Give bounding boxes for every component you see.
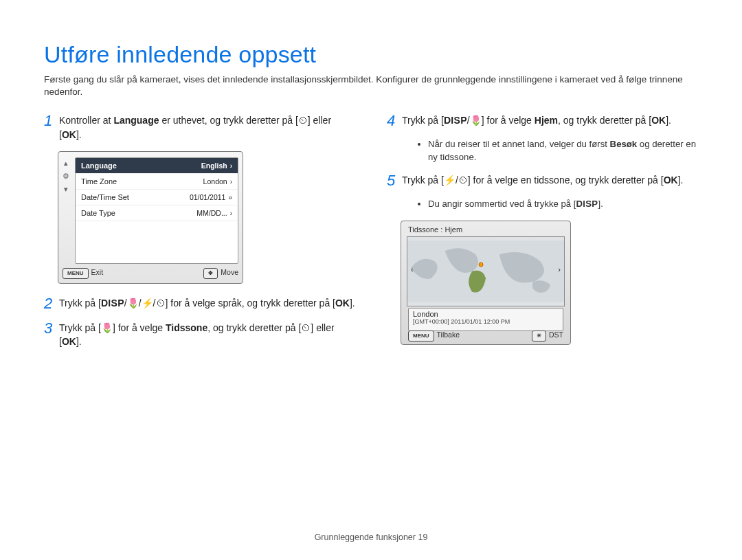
chevron-up-icon: ▴ — [64, 159, 68, 168]
step-1: 1 Kontroller at Language er uthevet, og … — [44, 113, 355, 142]
macro-icon: 🌷 — [101, 322, 113, 333]
timezone-screen: Tidssone : Hjem — [401, 221, 571, 345]
step-4-notes: Når du reiser til et annet land, velger … — [401, 138, 698, 164]
timezone-city: London — [413, 310, 559, 318]
timezone-arrows: ‹ › — [411, 265, 561, 273]
settings-row-timezone[interactable]: Time Zone London› — [76, 174, 238, 190]
step-text: Trykk på [DISP/🌷/⚡/⏲] for å velge språk,… — [59, 296, 355, 311]
timer-icon: ⏲ — [156, 298, 166, 309]
step-2: 2 Trykk på [DISP/🌷/⚡/⏲] for å velge språ… — [44, 296, 355, 311]
step-text: Trykk på [DISP/🌷] for å velge Hjem, og t… — [402, 113, 671, 128]
timer-icon: ⏲ — [301, 322, 311, 333]
note: Du angir sommertid ved å trykke på [DISP… — [428, 198, 698, 210]
dst-hint: ☀DST — [532, 331, 563, 341]
dst-icon: ☀ — [532, 331, 546, 341]
chevron-right-icon: › — [230, 162, 232, 170]
settings-screen: ▴ ⚙ ▾ Language English› Time Zone London… — [58, 151, 243, 284]
move-hint: ✥Move — [203, 268, 238, 279]
disp-icon: DISP — [576, 199, 598, 209]
two-columns: 1 Kontroller at Language er uthevet, og … — [44, 113, 698, 358]
step-5: 5 Trykk på [⚡/⏲] for å velge en tidssone… — [387, 173, 698, 188]
back-hint: MENUTilbake — [408, 331, 460, 341]
chevron-right-icon: » — [228, 194, 232, 201]
step-5-notes: Du angir sommertid ved å trykke på [DISP… — [401, 198, 698, 210]
note: Når du reiser til et annet land, velger … — [428, 138, 698, 164]
timezone-title: Tidssone : Hjem — [408, 225, 462, 234]
step-text: Trykk på [🌷] for å velge Tidssone, og tr… — [59, 321, 355, 349]
page-title: Utføre innledende oppsett — [44, 41, 698, 68]
timezone-footer: MENUTilbake ☀DST — [408, 331, 563, 341]
macro-icon: 🌷 — [127, 298, 139, 309]
nav-icon: ✥ — [203, 268, 218, 279]
chevron-left-icon[interactable]: ‹ — [411, 265, 414, 273]
settings-footer: MENUExit ✥Move — [63, 267, 238, 280]
timer-icon: ⏲ — [458, 175, 468, 186]
step-number: 1 — [44, 113, 59, 142]
menu-icon: MENU — [63, 268, 89, 279]
ok-icon: OK — [664, 175, 678, 186]
step-text: Kontroller at Language er uthevet, og tr… — [59, 113, 355, 142]
left-column: 1 Kontroller at Language er uthevet, og … — [44, 113, 355, 358]
macro-icon: 🌷 — [470, 115, 482, 126]
settings-list: Language English› Time Zone London› Date… — [75, 157, 238, 264]
page-lead: Første gang du slår på kameraet, vises d… — [44, 74, 698, 98]
flash-icon: ⚡ — [444, 175, 456, 186]
chevron-right-icon: › — [230, 178, 232, 186]
ok-icon: OK — [651, 115, 666, 126]
step-number: 4 — [387, 113, 402, 128]
exit-hint: MENUExit — [63, 268, 103, 279]
settings-row-datetype[interactable]: Date Type MM/DD...› — [76, 205, 238, 221]
ok-icon: OK — [62, 336, 76, 347]
page-footer: Grunnleggende funksjoner 19 — [0, 533, 742, 542]
step-3: 3 Trykk på [🌷] for å velge Tidssone, og … — [44, 321, 355, 349]
ok-icon: OK — [335, 298, 350, 309]
timezone-info: London [GMT+00:00] 2011/01/01 12:00 PM — [408, 308, 563, 331]
manual-page: Utføre innledende oppsett Første gang du… — [0, 0, 742, 560]
step-4: 4 Trykk på [DISP/🌷] for å velge Hjem, og… — [387, 113, 698, 128]
disp-icon: DISP — [444, 115, 467, 126]
flash-icon: ⚡ — [142, 298, 153, 309]
settings-row-language[interactable]: Language English› — [76, 158, 238, 174]
settings-side-icons: ▴ ⚙ ▾ — [58, 152, 74, 264]
disp-icon: DISP — [101, 298, 124, 309]
chevron-right-icon[interactable]: › — [558, 265, 561, 273]
chevron-right-icon: › — [230, 210, 232, 217]
gear-icon: ⚙ — [63, 172, 69, 181]
step-text: Trykk på [⚡/⏲] for å velge en tidssone, … — [402, 173, 683, 188]
timer-icon: ⏲ — [298, 115, 308, 126]
right-column: 4 Trykk på [DISP/🌷] for å velge Hjem, og… — [387, 113, 698, 358]
timezone-stamp: [GMT+00:00] 2011/01/01 12:00 PM — [413, 318, 559, 325]
menu-icon: MENU — [408, 331, 434, 341]
ok-icon: OK — [62, 129, 76, 140]
step-number: 3 — [44, 321, 59, 349]
settings-row-datetime[interactable]: Date/Time Set 01/01/2011» — [76, 190, 238, 205]
step-number: 2 — [44, 296, 59, 311]
chevron-down-icon: ▾ — [64, 185, 68, 194]
step-number: 5 — [387, 173, 402, 188]
